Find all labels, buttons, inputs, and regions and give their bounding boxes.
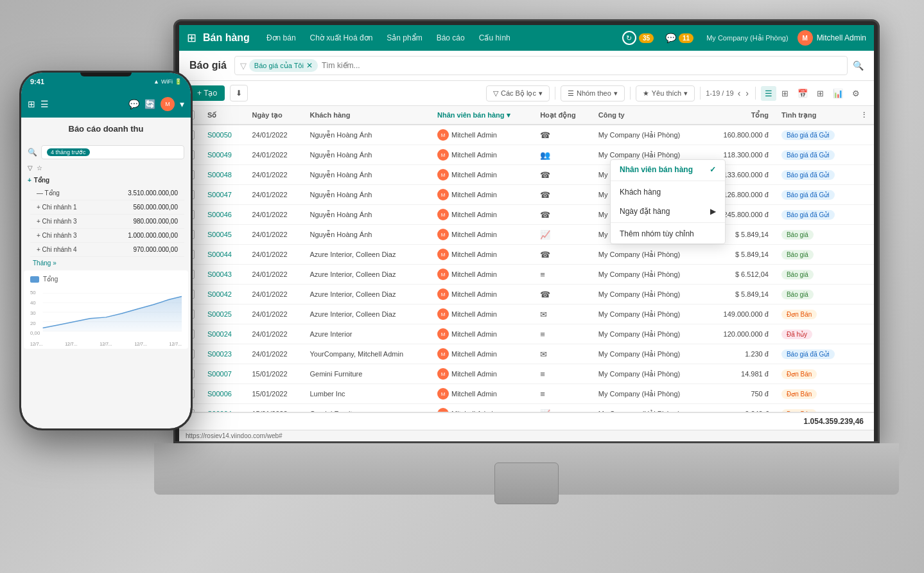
row-date: 15/01/2022 (245, 384, 303, 404)
row-avatar: M (437, 288, 449, 300)
row-customer: Azure Interior, Colleen Diaz (303, 304, 430, 324)
row-status: Báo giá (775, 285, 854, 304)
row-sales-name: Mitchell Admin (451, 251, 497, 258)
phone-tong-header: + Tổng (21, 174, 191, 185)
graph-view-icon[interactable]: 📊 (829, 86, 847, 101)
phone-avatar: M (161, 97, 175, 111)
table-row[interactable]: S00042 24/01/2022 Azure Interior, Collee… (179, 285, 874, 304)
col-nhan-vien: Nhân viên bán hàng ▾ (431, 106, 534, 125)
nav-menu-san-pham[interactable]: Sản phẩm (381, 31, 427, 45)
table-row[interactable]: S00044 24/01/2022 Azure Interior, Collee… (179, 245, 874, 265)
laptop-touchpad (494, 463, 559, 504)
dropdown-item-khach-hang[interactable]: Khách hàng (611, 182, 725, 202)
phone-total-label: — Tổng (37, 190, 60, 197)
row-avatar: M (437, 348, 449, 360)
dropdown-arrow-icon: ▶ (710, 207, 716, 216)
dropdown-item-ngay-dat-hang[interactable]: Ngày đặt hàng ▶ (611, 202, 725, 221)
phone-hamburger-icon: ☰ (40, 99, 49, 109)
phone-data-row-2: + Chi nhánh 3 980.000.000,00 (30, 215, 184, 229)
group-chevron-icon: ▾ (614, 89, 618, 98)
row-activity-icon: ☎ (540, 290, 550, 299)
dropdown-khach-hang-label: Khách hàng (620, 188, 661, 197)
table-row[interactable]: S00048 24/01/2022 Nguyễn Hoàng Ánh M Mit… (179, 165, 874, 185)
export-button[interactable]: ⬇ (230, 85, 248, 101)
row-status: Báo giá đã Gửi (775, 125, 854, 145)
table-row[interactable]: S00025 24/01/2022 Azure Interior, Collee… (179, 304, 874, 324)
svg-text:30: 30 (30, 310, 36, 316)
table-row[interactable]: S00024 24/01/2022 Azure Interior M Mitch… (179, 324, 874, 344)
refresh-button[interactable]: ↻ 35 (618, 28, 658, 48)
search-icon[interactable]: 🔍 (853, 60, 864, 71)
row-avatar: M (437, 308, 449, 320)
nav-menu-don-ban[interactable]: Đơn bán (261, 31, 301, 45)
user-menu[interactable]: M Mitchell Admin (798, 30, 866, 46)
next-page-button[interactable]: › (744, 87, 750, 100)
row-activity-icon: ≡ (540, 330, 545, 339)
row-status: Đơn Bán (775, 304, 854, 324)
table-row[interactable]: S00007 15/01/2022 Gemini Furniture M Mit… (179, 364, 874, 384)
phone-search-input[interactable]: 4 tháng trước (41, 145, 184, 159)
table-row[interactable]: S00023 24/01/2022 YourCompany, Mitchell … (179, 344, 874, 364)
col-hoat-dong: Hoạt động (534, 106, 592, 125)
kanban-view-icon[interactable]: ⊞ (778, 86, 792, 101)
row-avatar: M (437, 388, 449, 400)
filter-button[interactable]: ▽ Các Bộ lọc ▾ (486, 85, 550, 101)
nav-menu-cau-hinh[interactable]: Cấu hình (474, 31, 516, 45)
row-sales: M Mitchell Admin (431, 245, 534, 265)
row-activity: ✉ (534, 304, 592, 324)
row-actions (854, 344, 874, 364)
phone-status-time: 9:41 (30, 78, 44, 85)
row-actions (854, 245, 874, 265)
table-row[interactable]: S00004 15/01/2022 Gemini Furniture M Mit… (179, 404, 874, 412)
nav-menu-cho-xuat[interactable]: Chờ xuất Hoá đơn (305, 31, 378, 45)
chat-button[interactable]: 💬 11 (661, 30, 697, 46)
search-input[interactable] (322, 61, 842, 70)
row-actions (854, 285, 874, 304)
filter-close-icon[interactable]: ✕ (306, 61, 313, 70)
phone-branch3-label: + Chi nhánh 3 (37, 232, 77, 239)
row-status: Đơn Bán (775, 364, 854, 384)
phone-month-link[interactable]: Tháng » (21, 258, 191, 268)
table-row[interactable]: S00043 24/01/2022 Azure Interior, Collee… (179, 265, 874, 285)
table-row[interactable]: S00049 24/01/2022 Nguyễn Hoàng Ánh M Mit… (179, 145, 874, 165)
table-row[interactable]: S00045 24/01/2022 Nguyễn Hoàng Ánh M Mit… (179, 225, 874, 245)
row-avatar: M (437, 249, 449, 260)
row-company: My Company (Hải Phòng) (592, 364, 706, 384)
prev-page-button[interactable]: ‹ (737, 87, 742, 100)
row-id: S00042 (201, 285, 245, 304)
settings-view-icon[interactable]: ⚙ (848, 86, 864, 101)
row-status-badge: Báo giá đã Gửi (781, 130, 835, 140)
favorites-button[interactable]: ★ Yêu thích ▾ (636, 85, 695, 101)
search-container[interactable]: ▽ Báo giá của Tôi ✕ (234, 56, 848, 75)
row-total: 149.000.000 đ (706, 304, 775, 324)
row-actions (854, 185, 874, 205)
row-status: Báo giá (775, 245, 854, 265)
row-date: 15/01/2022 (245, 364, 303, 384)
row-status-badge: Báo giá đã Gửi (781, 210, 835, 220)
calendar-view-icon[interactable]: 📅 (794, 86, 812, 101)
dropdown-item-them-nhom[interactable]: Thêm nhóm tùy chỉnh (611, 224, 725, 243)
row-total: 750 đ (706, 384, 775, 404)
table-row[interactable]: S00046 24/01/2022 Nguyễn Hoàng Ánh M Mit… (179, 205, 874, 225)
group-button[interactable]: ☰ Nhóm theo ▾ (561, 85, 625, 101)
dropdown-item-nhan-vien[interactable]: Nhân viên bán hàng ✓ (611, 160, 725, 179)
laptop-screen: ⊞ Bán hàng Đơn bán Chờ xuất Hoá đơn Sản … (179, 25, 874, 441)
row-id: S00044 (201, 245, 245, 265)
url-bar: https://rosiev14.viindoo.com/web# (179, 430, 874, 441)
pivot-view-icon[interactable]: ⊞ (813, 86, 828, 101)
row-activity: ☎ (534, 205, 592, 225)
nav-menu-bao-cao[interactable]: Báo cáo (431, 31, 470, 45)
table-row[interactable]: S00006 15/01/2022 Lumber Inc M Mitchell … (179, 384, 874, 404)
table-row[interactable]: S00047 24/01/2022 Nguyễn Hoàng Ánh M Mit… (179, 185, 874, 205)
row-avatar: M (437, 229, 449, 240)
row-status: Báo giá (775, 265, 854, 285)
table-row[interactable]: S00050 24/01/2022 Nguyễn Hoàng Ánh M Mit… (179, 125, 874, 145)
row-date: 15/01/2022 (245, 404, 303, 412)
row-activity-icon: 📈 (540, 230, 550, 240)
list-view-icon[interactable]: ☰ (761, 86, 776, 101)
row-activity-icon: ☎ (540, 190, 550, 200)
create-button[interactable]: + Tạo (189, 85, 225, 101)
row-avatar: M (437, 149, 449, 161)
table-container[interactable]: Số Ngày tạo Khách hàng Nhân viên bán hàn… (179, 106, 874, 412)
quotes-table: Số Ngày tạo Khách hàng Nhân viên bán hàn… (179, 106, 874, 412)
